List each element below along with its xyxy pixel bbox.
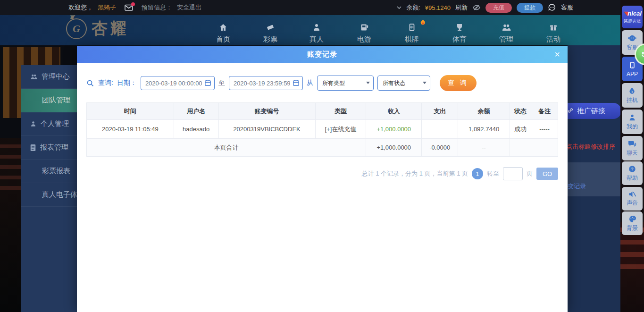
date-to-input[interactable] <box>229 76 303 90</box>
sidebar-item-management-center[interactable]: 管理中心 <box>21 65 77 89</box>
nav-item-live[interactable]: 真人 <box>297 22 336 44</box>
username-text[interactable]: 黑蝎子 <box>98 3 116 12</box>
cell-serial: 20200319VBICBCDDEK <box>218 120 315 139</box>
nicai-certification-badge[interactable]: ◥nicai 奖源认证 <box>622 6 643 28</box>
report-icon <box>30 144 36 152</box>
footer-balance: -- <box>458 139 510 157</box>
welcome-text: 欢迎您， <box>68 3 93 12</box>
date-to-field <box>229 76 303 90</box>
col-type[interactable]: 类型 <box>315 103 366 120</box>
team-icon <box>486 22 526 32</box>
logo-emblem-icon: G ♛ <box>66 18 87 39</box>
calendar-icon[interactable] <box>293 79 300 88</box>
top-bar: 欢迎您， 黑蝎子 预留信息： 安全退出 余额: ¥95.1240 刷新 充值 提… <box>0 0 644 15</box>
pagination: 总计 1 个记录，分为 1 页，当前第 1 页 1 转至 页 GO <box>77 167 558 180</box>
nav-item-board-games[interactable]: 中 棋牌 <box>392 22 432 44</box>
col-expense[interactable]: 支出 <box>422 103 458 120</box>
chevron-down-icon[interactable] <box>397 6 401 9</box>
phone-icon <box>628 60 636 70</box>
nav-item-activity[interactable]: 活动 <box>534 22 573 44</box>
col-income[interactable]: 收入 <box>366 103 422 120</box>
chevron-down-icon <box>366 82 370 84</box>
sidebar-item-lottery-report[interactable]: 彩票报表 <box>21 160 77 183</box>
sidebar-item-team-management[interactable]: 团队管理 <box>21 89 77 112</box>
ticket-icon <box>251 22 290 32</box>
mail-icon[interactable] <box>125 4 133 11</box>
footer-status <box>510 139 531 157</box>
nav-item-sports[interactable]: 体育 <box>440 22 479 44</box>
to-label: 至 <box>218 79 225 87</box>
nicai-bird-icon: ◥ <box>623 10 627 17</box>
pagination-summary: 总计 1 个记录，分为 1 页，当前第 1 页 <box>362 169 468 178</box>
eye-slash-icon[interactable] <box>472 4 481 11</box>
nav-item-management[interactable]: 管理 <box>486 22 526 44</box>
palette-icon <box>628 215 637 223</box>
sidebar-item-personal-management[interactable]: 个人管理 <box>21 112 77 136</box>
hot-flame-icon <box>420 19 426 28</box>
footer-expense: -0.0000 <box>422 139 458 157</box>
live-person-icon <box>297 22 336 32</box>
table-header-row: 时间 用户名 账变编号 类型 收入 支出 余额 状态 备注 <box>87 103 558 120</box>
col-username[interactable]: 用户名 <box>174 103 218 120</box>
search-form: 查询: 日期： 至 从 所有类型 所有状态 查 询 <box>77 63 568 91</box>
search-button[interactable]: 查 询 <box>440 75 477 91</box>
modal-title: 账变记录 <box>307 50 337 59</box>
table-row: 2020-03-19 11:05:49 hadesado 20200319VBI… <box>87 120 558 139</box>
close-icon[interactable]: × <box>554 48 560 60</box>
nicai-logo-text: nicai <box>627 10 642 17</box>
footer-remark <box>531 139 558 157</box>
logout-link[interactable]: 安全退出 <box>177 3 201 12</box>
toolbar-item-chat[interactable]: 聊天 <box>622 136 643 160</box>
customer-service-bubble-icon[interactable] <box>548 3 556 12</box>
toolbar-item-sound[interactable]: 声音 <box>622 187 643 211</box>
account-record-link[interactable]: 变记录 <box>568 182 586 191</box>
toolbar-item-background[interactable]: 背景 <box>622 211 643 235</box>
footer-label: 本页合计 <box>87 139 366 157</box>
sidebar-item-live-electronic-report[interactable]: 真人电子体 <box>21 183 77 207</box>
col-serial[interactable]: 账变编号 <box>218 103 315 120</box>
calendar-icon[interactable] <box>204 79 211 88</box>
withdraw-button[interactable]: 提款 <box>517 3 543 13</box>
deposit-button[interactable]: 充值 <box>485 3 512 13</box>
trophy-icon <box>440 22 479 32</box>
col-status[interactable]: 状态 <box>510 103 531 120</box>
service-label[interactable]: 客服 <box>561 3 573 12</box>
left-sidebar: 管理中心 团队管理 个人管理 报表管理 彩票报表 真人电子体 <box>21 65 77 312</box>
go-button[interactable]: GO <box>536 168 558 180</box>
toolbar-item-auto-play[interactable]: ¥ 挂机 <box>622 83 643 108</box>
moneybag-icon: ¥ <box>628 86 636 95</box>
date-from-input[interactable] <box>141 76 215 90</box>
nav-item-arcade[interactable]: 电游 <box>344 22 384 44</box>
slot-machine-icon <box>344 22 384 32</box>
cell-username: hadesado <box>174 120 218 139</box>
svg-text:?: ? <box>631 167 634 171</box>
chevron-down-icon <box>423 82 427 84</box>
toolbar-item-help[interactable]: ? 帮助 <box>622 161 643 185</box>
sound-icon <box>628 190 637 198</box>
promo-link-button[interactable]: 推广链接 <box>568 103 620 119</box>
chat-icon <box>627 140 637 148</box>
user-icon <box>30 120 37 127</box>
brand-name: 杏耀 <box>92 18 129 40</box>
refresh-link[interactable]: 刷新 <box>455 3 468 12</box>
nicai-badge-text: 奖源认证 <box>624 18 641 24</box>
toolbar-item-mine[interactable]: 我的 <box>622 110 643 134</box>
dimmed-page-content: 推广链接 点击标题修改排序 变记录 <box>568 45 620 312</box>
link-icon <box>568 107 574 116</box>
nav-item-lottery[interactable]: 彩票 <box>251 22 290 44</box>
col-time[interactable]: 时间 <box>87 103 174 120</box>
page-number-button[interactable]: 1 <box>472 168 483 179</box>
svg-text:中: 中 <box>410 25 414 30</box>
type-select[interactable]: 所有类型 <box>317 76 374 91</box>
cell-type: [+]在线充值 <box>315 120 366 139</box>
status-select[interactable]: 所有状态 <box>377 76 430 91</box>
home-icon <box>203 22 243 32</box>
management-icon <box>30 73 38 80</box>
col-balance[interactable]: 余额 <box>458 103 510 120</box>
sidebar-item-report-management[interactable]: 报表管理 <box>21 136 77 160</box>
brand-logo[interactable]: G ♛ 杏耀 <box>66 18 129 40</box>
nav-item-home[interactable]: 首页 <box>203 22 243 44</box>
account-change-modal: 账变记录 × 查询: 日期： 至 从 所有类型 所有 <box>77 46 568 312</box>
col-remark[interactable]: 备注 <box>531 103 558 120</box>
goto-page-input[interactable] <box>503 167 523 180</box>
